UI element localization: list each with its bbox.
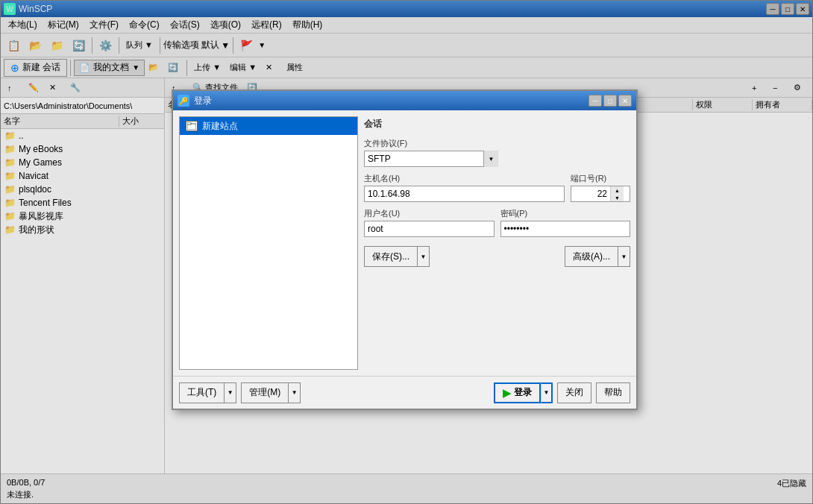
menu-command[interactable]: 命令(C): [125, 17, 164, 33]
file-item-navicat[interactable]: 📁 Navicat: [1, 169, 164, 183]
file-item-bofeng[interactable]: 📁 暴风影视库: [1, 210, 164, 223]
toolbar-sync[interactable]: 🔄: [69, 36, 89, 55]
help-button[interactable]: 帮助: [596, 382, 630, 403]
protocol-select-wrapper: SFTP FTP SCP WebDAV ▼: [364, 151, 498, 167]
new-session-button[interactable]: ⊕ 新建 会话: [4, 59, 67, 77]
maximize-button[interactable]: □: [781, 3, 794, 15]
toolbar-queue[interactable]: 队列 ▼: [122, 36, 157, 55]
login-dropdown[interactable]: ▼: [541, 382, 553, 403]
right-col-owner[interactable]: 拥有者: [753, 99, 812, 110]
app-icon: W: [4, 3, 16, 15]
menu-remote[interactable]: 远程(R): [247, 17, 286, 33]
title-bar-controls: ─ □ ✕: [766, 3, 809, 15]
transfer-label: 传输选项 默认: [163, 39, 219, 51]
dialog-content: 新建站点 会话 文件协议(F) SFTP FTP SCP WebDAV: [173, 110, 636, 376]
file-item-tencent[interactable]: 📁 Tencent Files: [1, 196, 164, 210]
upload-button[interactable]: 上传 ▼: [190, 58, 225, 78]
transfer-arrow[interactable]: ▼: [221, 40, 230, 51]
save-dropdown[interactable]: ▼: [418, 246, 430, 267]
right-remove-button[interactable]: −: [769, 81, 788, 95]
menu-mark[interactable]: 标记(M): [43, 17, 84, 33]
left-props-button[interactable]: 🔧: [66, 81, 86, 95]
browse-button[interactable]: 📂: [145, 60, 164, 76]
right-add-button[interactable]: +: [748, 81, 768, 95]
tools-button[interactable]: 工具(T): [179, 382, 225, 403]
menu-local[interactable]: 本地(L): [4, 17, 42, 33]
col-name-header[interactable]: 名字: [1, 116, 119, 127]
status-bar: 0B/0B, 0/7 4已隐藏 未连接.: [1, 473, 812, 503]
folder-icon-bofeng: 📁: [4, 210, 16, 222]
folder-icon-plsqldoc: 📁: [4, 183, 16, 195]
port-up-button[interactable]: ▲: [611, 186, 624, 194]
left-edit-button[interactable]: ✏️: [25, 81, 44, 95]
file-item-parent[interactable]: 📁 ..: [1, 129, 164, 142]
refresh-button[interactable]: 🔄: [164, 60, 183, 76]
right-col-perms[interactable]: 权限: [693, 99, 753, 110]
password-input[interactable]: [500, 221, 631, 237]
menu-file[interactable]: 文件(F): [85, 17, 123, 33]
menu-help[interactable]: 帮助(H): [288, 17, 327, 33]
advanced-dropdown[interactable]: ▼: [618, 246, 630, 267]
edit-button[interactable]: 编辑 ▼: [226, 58, 260, 78]
save-btn-group: 保存(S)... ▼: [364, 246, 430, 267]
dialog-minimize[interactable]: ─: [588, 95, 602, 107]
advanced-button[interactable]: 高级(A)...: [565, 246, 618, 267]
save-advanced-row: 保存(S)... ▼ 高级(A)... ▼: [364, 246, 630, 267]
user-pass-row: 用户名(U) 密码(P): [364, 208, 630, 237]
close-button[interactable]: ✕: [796, 3, 809, 15]
toolbar-sep3: [160, 37, 160, 54]
toolbar-settings[interactable]: ⚙️: [95, 36, 116, 55]
left-file-list: 📁 .. 📁 My eBooks 📁 My Games 📁 Navicat: [1, 129, 164, 473]
properties-button[interactable]: 属性: [283, 58, 307, 78]
menu-bar: 本地(L) 标记(M) 文件(F) 命令(C) 会话(S) 选项(O) 远程(R…: [1, 17, 812, 34]
login-dialog: 🔑 登录 ─ □ ✕ 新建站点: [172, 89, 638, 410]
toolbar-sep2: [119, 37, 119, 54]
app-title: WinSCP: [19, 4, 52, 14]
username-input[interactable]: [364, 221, 495, 237]
tools-btn-group: 工具(T) ▼: [179, 382, 236, 403]
protocol-row: 文件协议(F) SFTP FTP SCP WebDAV ▼: [364, 138, 630, 167]
my-docs-selector[interactable]: 📄 我的文档 ▼: [74, 60, 145, 76]
protocol-select[interactable]: SFTP FTP SCP WebDAV: [364, 151, 498, 167]
port-label: 端口号(R): [571, 173, 630, 184]
site-item-new[interactable]: 新建站点: [180, 117, 357, 135]
folder-icon-navicat: 📁: [4, 170, 16, 182]
left-up-button[interactable]: ↑: [4, 81, 23, 95]
login-btn-group: ▶ 登录 ▼: [494, 382, 553, 403]
toolbar-copy[interactable]: 📋: [4, 36, 24, 55]
file-item-mygames[interactable]: 📁 My Games: [1, 156, 164, 169]
dialog-maximize[interactable]: □: [603, 95, 617, 107]
host-input[interactable]: [364, 186, 565, 202]
toolbar-move[interactable]: 📂: [25, 36, 45, 55]
col-size-header[interactable]: 大小: [119, 116, 164, 127]
file-item-ebooks[interactable]: 📁 My eBooks: [1, 142, 164, 156]
left-delete-button[interactable]: ✕: [45, 81, 65, 95]
save-button[interactable]: 保存(S)...: [364, 246, 418, 267]
file-item-shape[interactable]: 📁 我的形状: [1, 223, 164, 236]
dialog-title-text: 登录: [194, 95, 212, 107]
right-props2-button[interactable]: ⚙: [790, 81, 809, 95]
file-item-plsqldoc[interactable]: 📁 plsqldoc: [1, 183, 164, 196]
left-file-header: 名字 大小: [1, 114, 164, 129]
manage-button[interactable]: 管理(M): [241, 382, 289, 403]
toolbar-newdir[interactable]: 📁: [47, 36, 67, 55]
dialog-icon: 🔑: [178, 95, 189, 107]
delete-button[interactable]: ✕: [262, 58, 281, 78]
minimize-button[interactable]: ─: [766, 3, 779, 15]
menu-options[interactable]: 选项(O): [206, 17, 245, 33]
manage-dropdown[interactable]: ▼: [289, 382, 301, 403]
port-input[interactable]: [571, 186, 610, 201]
left-path-bar: C:\Users\Administrator\Documents\: [1, 98, 164, 114]
close-dialog-button[interactable]: 关闭: [557, 382, 591, 403]
port-down-button[interactable]: ▼: [611, 194, 624, 201]
file-name-shape: 我的形状: [19, 224, 54, 236]
menu-session[interactable]: 会话(S): [166, 17, 204, 33]
login-button[interactable]: ▶ 登录: [494, 382, 541, 403]
toolbar-flag[interactable]: 🚩: [236, 36, 257, 55]
tools-dropdown[interactable]: ▼: [225, 382, 236, 403]
dialog-close-btn[interactable]: ✕: [618, 95, 632, 107]
toolbar-arrow[interactable]: ▼: [258, 41, 266, 49]
file-name-tencent: Tencent Files: [19, 198, 72, 208]
left-panel-toolbar: ↑ ✏️ ✕ 🔧: [1, 78, 164, 98]
login-icon: ▶: [503, 387, 511, 399]
